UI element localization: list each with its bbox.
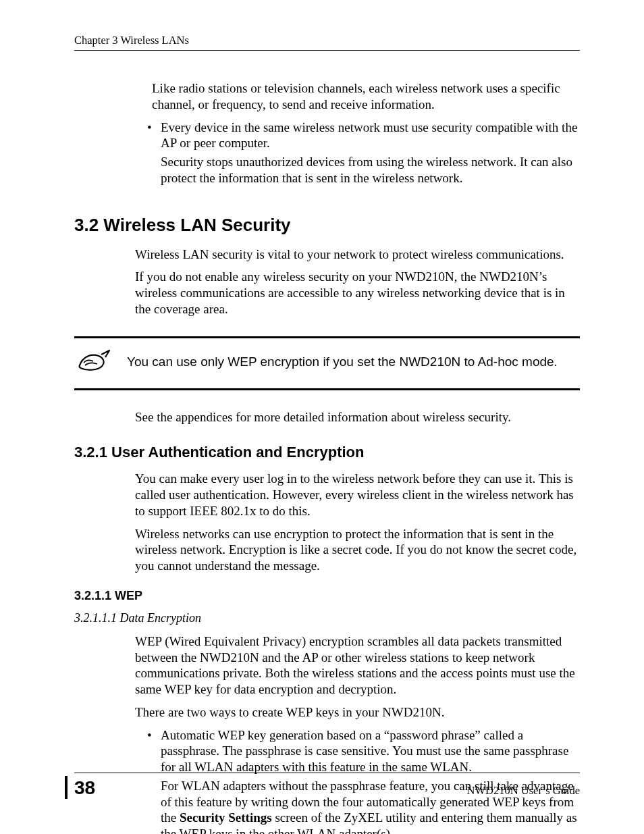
footer: 38 NWD210N User’s Guide	[74, 773, 580, 799]
paragraph: See the appendices for more detailed inf…	[135, 409, 580, 425]
heading-3-2-1: 3.2.1 User Authentication and Encryption	[74, 444, 580, 461]
paragraph: Wireless networks can use encryption to …	[135, 526, 580, 574]
paragraph: You can make every user log in to the wi…	[135, 471, 580, 519]
bold-security-settings: Security Settings	[180, 810, 272, 825]
bullet-security: Every device in the same wireless networ…	[142, 120, 580, 186]
paragraph-channel: Like radio stations or television channe…	[152, 80, 580, 113]
heading-3-2-1-1-1: 3.2.1.1.1 Data Encryption	[74, 611, 580, 625]
footer-line: 38 NWD210N User’s Guide	[74, 773, 580, 799]
bullet-subtext: Security stops unauthorized devices from…	[161, 154, 580, 186]
note-text: You can use only WEP encryption if you s…	[127, 353, 558, 371]
heading-3-2: 3.2 Wireless LAN Security	[74, 215, 580, 236]
page-number: 38	[74, 777, 95, 799]
bullet-text: Automatic WEP key generation based on a …	[161, 728, 568, 775]
page: Chapter 3 Wireless LANs Like radio stati…	[0, 0, 644, 834]
note-icon	[74, 349, 112, 375]
page-number-bar	[65, 776, 68, 799]
paragraph: Wireless LAN security is vital to your n…	[135, 246, 580, 263]
running-head: Chapter 3 Wireless LANs	[74, 34, 580, 51]
guide-name: NWD210N User’s Guide	[467, 784, 580, 798]
paragraph: If you do not enable any wireless securi…	[135, 269, 580, 317]
heading-3-2-1-1: 3.2.1.1 WEP	[74, 589, 580, 603]
bullet-text: Every device in the same wireless networ…	[161, 120, 577, 151]
paragraph: WEP (Wired Equivalent Privacy) encryptio…	[135, 633, 580, 698]
bullet-list-intro: Every device in the same wireless networ…	[142, 120, 580, 186]
note-box: You can use only WEP encryption if you s…	[74, 336, 580, 390]
paragraph: There are two ways to create WEP keys in…	[135, 704, 580, 721]
